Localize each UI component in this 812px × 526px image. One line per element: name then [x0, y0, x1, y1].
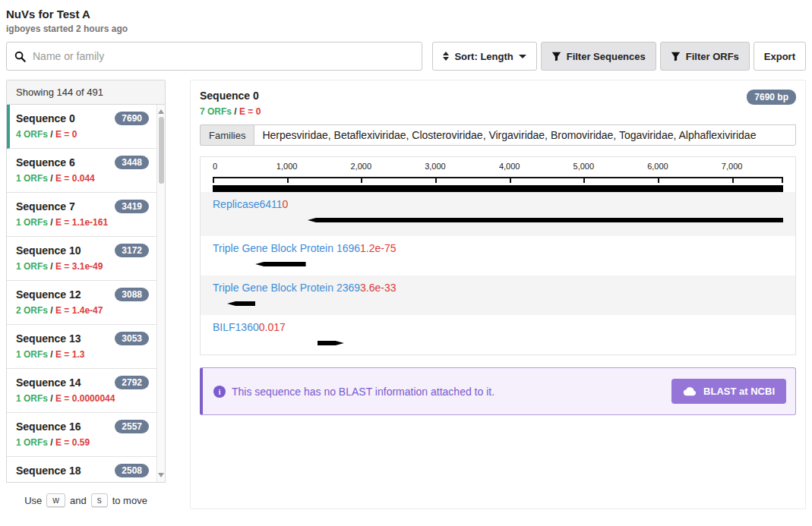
orf-label: BILF13600.017 [213, 321, 783, 333]
sequence-stats: 1 ORFs / E = 0.044 [16, 173, 149, 184]
axis-tick [213, 178, 214, 183]
key-s: s [91, 493, 108, 507]
sequence-list-item[interactable]: Sequence 1330531 ORFs / E = 1.3 [7, 325, 156, 369]
axis-tick-label: 6,000 [647, 162, 668, 171]
sequence-list[interactable]: Sequence 076904 ORFs / E = 0Sequence 634… [6, 105, 166, 483]
scroll-down-arrow-icon[interactable] [157, 470, 165, 480]
sequence-stats: 1 ORFs / E = 1.1e-161 [16, 217, 149, 228]
sequence-list-item[interactable]: Sequence 1031721 ORFs / E = 3.1e-49 [7, 237, 156, 281]
orf-evalue: 3.6e-33 [360, 282, 396, 294]
sequence-list-item[interactable]: Sequence 182508 [7, 457, 156, 483]
axis-tick [361, 178, 362, 183]
axis-tick [583, 178, 585, 183]
key-w: w [46, 493, 65, 507]
filter-sequences-button[interactable]: Filter Sequences [541, 42, 656, 71]
sequence-stats: 4 ORFs / E = 0 [16, 129, 149, 140]
hint-text: and [70, 495, 87, 506]
length-badge: 2792 [115, 376, 149, 389]
detail-header: Sequence 0 7 ORFs / E = 0 7690 bp [200, 90, 796, 117]
orf-row[interactable]: Triple Gene Block Protein 16961.2e-75 [201, 236, 795, 276]
orf-evalue: 0.017 [259, 321, 286, 333]
page-title: NuVs for Test A [6, 6, 806, 24]
export-label: Export [764, 51, 795, 62]
blast-button-label: BLAST at NCBI [703, 386, 775, 397]
blast-at-ncbi-button[interactable]: BLAST at NCBI [671, 379, 786, 404]
export-button[interactable]: Export [754, 42, 806, 71]
hint-text: to move [112, 495, 147, 506]
axis-tick [435, 178, 437, 183]
length-badge: 3448 [115, 156, 149, 169]
orf-bar [227, 301, 255, 306]
list-scrollbar[interactable] [156, 105, 165, 482]
sequence-name: Sequence 6 [16, 156, 75, 169]
funnel-icon [671, 52, 681, 61]
sort-label: Sort: Length [454, 51, 513, 62]
families-value: Herpesviridae, Betaflexiviridae, Closter… [254, 124, 796, 146]
orf-name: Replicase6411 [213, 198, 283, 210]
axis-tick-label: 0 [213, 162, 217, 171]
content: Showing 144 of 491 Sequence 076904 ORFs … [6, 80, 806, 509]
axis-tick-label: 5,000 [573, 162, 595, 171]
axis-tick [658, 178, 659, 183]
chevron-down-icon [519, 55, 526, 58]
axis-tick-label: 1,000 [276, 162, 298, 171]
sequence-name: Sequence 7 [16, 200, 75, 213]
filter-orfs-button[interactable]: Filter ORFs [660, 42, 750, 71]
orf-bar [255, 262, 305, 266]
sequence-list-item[interactable]: Sequence 1230882 ORFs / E = 1.4e-47 [7, 281, 156, 325]
sequence-title: Sequence 0 [200, 90, 261, 102]
e-value: E = 0 [239, 106, 261, 117]
orf-track [213, 301, 783, 306]
orf-track [213, 218, 783, 222]
sequence-name: Sequence 12 [16, 288, 81, 301]
scrollbar-thumb[interactable] [159, 117, 164, 184]
length-badge: 2557 [115, 420, 149, 433]
sort-updown-icon [443, 52, 449, 61]
sequence-name: Sequence 16 [16, 420, 81, 433]
sequence-sidebar: Showing 144 of 491 Sequence 076904 ORFs … [6, 80, 166, 507]
orf-name: Triple Gene Block Protein 2369 [213, 282, 360, 294]
sequence-list-item[interactable]: Sequence 076904 ORFs / E = 0 [7, 105, 156, 149]
sequence-stats: 1 ORFs / E = 0.59 [16, 437, 149, 448]
axis-tick [510, 178, 511, 183]
search-input[interactable] [33, 50, 414, 62]
families-label: Families [200, 124, 254, 146]
blast-alert-text: This sequence has no BLAST information a… [232, 386, 494, 398]
orf-label: Replicase64110 [213, 198, 783, 210]
orf-row[interactable]: Triple Gene Block Protein 23693.6e-33 [201, 276, 795, 315]
sequence-name: Sequence 0 [16, 112, 75, 124]
sequence-length-badge: 7690 bp [747, 90, 796, 105]
axis-tick-label: 3,000 [425, 162, 446, 171]
sequence-list-item[interactable]: Sequence 734191 ORFs / E = 1.1e-161 [7, 193, 156, 237]
orf-evalue: 1.2e-75 [360, 242, 396, 254]
orf-viewer: 01,0002,0003,0004,0005,0006,0007,000 Rep… [200, 156, 796, 355]
sequence-name: Sequence 18 [16, 465, 81, 477]
sequence-list-item[interactable]: Sequence 1625571 ORFs / E = 0.59 [7, 413, 156, 457]
sequence-name: Sequence 13 [16, 332, 81, 345]
sequence-list-item[interactable]: Sequence 634481 ORFs / E = 0.044 [7, 149, 156, 193]
axis-end-tick [782, 178, 783, 183]
keyboard-hint: Use w and s to move [6, 493, 166, 507]
sequence-bar [213, 185, 783, 192]
blast-alert: i This sequence has no BLAST information… [200, 367, 796, 415]
info-icon: i [213, 386, 226, 398]
orf-evalue: 0 [283, 198, 289, 210]
sort-button[interactable]: Sort: Length [432, 42, 536, 71]
sequence-list-item[interactable]: Sequence 1427921 ORFs / E = 0.0000044 [7, 369, 156, 413]
sequence-ruler: 01,0002,0003,0004,0005,0006,0007,000 [201, 157, 795, 192]
orf-label: Triple Gene Block Protein 23693.6e-33 [213, 282, 783, 294]
axis-tick-label: 2,000 [351, 162, 372, 171]
length-badge: 3053 [115, 332, 149, 345]
orf-bar [318, 341, 344, 345]
orf-row[interactable]: BILF13600.017 [201, 315, 795, 354]
page-subtitle: igboyes started 2 hours ago [6, 24, 806, 42]
search-box[interactable] [6, 42, 422, 71]
orf-count: 7 ORFs [200, 106, 232, 117]
funnel-icon [551, 52, 561, 61]
axis-line [213, 177, 783, 178]
sequence-name: Sequence 10 [16, 244, 81, 257]
orf-row[interactable]: Replicase64110 [201, 192, 795, 236]
scroll-up-arrow-icon[interactable] [157, 106, 165, 117]
orf-track [213, 341, 783, 345]
length-badge: 3088 [115, 288, 149, 301]
